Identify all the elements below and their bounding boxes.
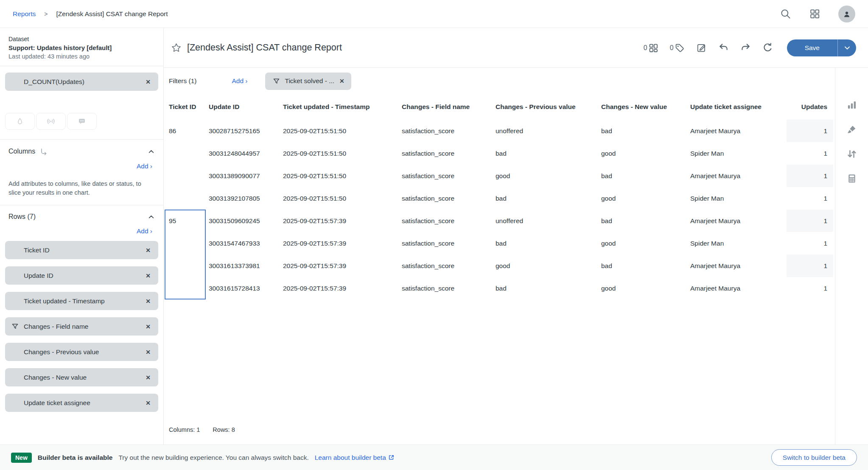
table-cell[interactable]: bad	[601, 165, 690, 187]
remove-metric-button[interactable]: ✕	[146, 78, 151, 85]
table-cell[interactable]: bad	[496, 277, 601, 299]
row-attribute-chip[interactable]: Changes - Previous value ✕	[5, 343, 158, 361]
table-cell[interactable]: 1	[787, 277, 833, 299]
table-cell[interactable]: bad	[601, 120, 690, 142]
remove-attribute-button[interactable]: ✕	[146, 298, 151, 305]
table-cell[interactable]	[169, 187, 209, 210]
row-attribute-chip[interactable]: Ticket ID ✕	[5, 241, 158, 259]
remove-attribute-button[interactable]: ✕	[146, 247, 151, 254]
favorite-button[interactable]	[171, 42, 182, 53]
table-cell[interactable]: Amarjeet Maurya	[690, 120, 787, 142]
row-attribute-chip[interactable]: Update ticket assignee ✕	[5, 394, 158, 412]
broadcast-tool-button[interactable]	[36, 113, 66, 130]
metric-chip[interactable]: D_COUNT(Updates) ✕	[5, 73, 158, 91]
table-cell[interactable]: 2025-09-02T15:57:39	[283, 210, 402, 232]
table-cell[interactable]: bad	[601, 210, 690, 232]
switch-to-builder-beta-button[interactable]: Switch to builder beta	[771, 449, 857, 466]
remove-attribute-button[interactable]: ✕	[146, 374, 151, 381]
table-cell[interactable]: 30031389090077	[209, 165, 283, 187]
table-cell[interactable]: 1	[787, 187, 833, 210]
table-cell[interactable]: 1	[787, 232, 833, 255]
columns-add-link[interactable]: Add ›	[137, 162, 152, 170]
table-cell[interactable]: Amarjeet Maurya	[690, 255, 787, 277]
table-cell[interactable]: 2025-09-02T15:57:39	[283, 277, 402, 299]
table-cell[interactable]	[169, 165, 209, 187]
table-cell[interactable]: 30031509609245	[209, 210, 283, 232]
table-cell[interactable]: Amarjeet Maurya	[690, 165, 787, 187]
redo-button[interactable]	[740, 42, 751, 53]
column-header[interactable]: Updates	[787, 103, 833, 111]
dashboards-count-button[interactable]: 0	[644, 43, 658, 53]
table-cell[interactable]: satisfaction_score	[402, 255, 496, 277]
table-cell[interactable]: Amarjeet Maurya	[690, 277, 787, 299]
table-cell[interactable]: Spider Man	[690, 187, 787, 210]
filters-add-link[interactable]: Add ›	[232, 77, 247, 85]
table-cell[interactable]: 95	[169, 210, 209, 232]
table-cell[interactable]: unoffered	[496, 120, 601, 142]
table-cell[interactable]: 2025-09-02T15:57:39	[283, 232, 402, 255]
table-cell[interactable]: satisfaction_score	[402, 232, 496, 255]
row-attribute-chip[interactable]: Ticket updated - Timestamp ✕	[5, 292, 158, 310]
column-header[interactable]: Changes - New value	[601, 103, 690, 111]
table-cell[interactable]: 2025-09-02T15:51:50	[283, 187, 402, 210]
table-cell[interactable]	[169, 277, 209, 299]
table-cell[interactable]: 1	[787, 255, 833, 277]
table-cell[interactable]	[169, 232, 209, 255]
undo-button[interactable]	[718, 42, 729, 53]
column-header[interactable]: Update ID	[209, 103, 283, 111]
tags-count-button[interactable]: 0	[670, 43, 685, 53]
breadcrumb-reports-link[interactable]: Reports	[13, 10, 36, 18]
table-cell[interactable]: satisfaction_score	[402, 165, 496, 187]
table-cell[interactable]: 30031248044957	[209, 142, 283, 165]
column-header[interactable]: Changes - Field name	[402, 103, 496, 111]
table-cell[interactable]: 30031392107805	[209, 187, 283, 210]
learn-builder-beta-link[interactable]: Learn about builder beta	[315, 454, 395, 462]
table-cell[interactable]: 2025-09-02T15:51:50	[283, 120, 402, 142]
table-cell[interactable]	[169, 142, 209, 165]
table-cell[interactable]: satisfaction_score	[402, 120, 496, 142]
table-cell[interactable]: 1	[787, 210, 833, 232]
table-cell[interactable]: bad	[601, 255, 690, 277]
column-header[interactable]: Ticket ID	[169, 103, 209, 111]
table-cell[interactable]: Spider Man	[690, 142, 787, 165]
row-attribute-chip[interactable]: Update ID ✕	[5, 266, 158, 285]
table-cell[interactable]: 86	[169, 120, 209, 142]
table-cell[interactable]: satisfaction_score	[402, 142, 496, 165]
table-cell[interactable]: bad	[496, 142, 601, 165]
table-cell[interactable]: 2025-09-02T15:57:39	[283, 255, 402, 277]
row-attribute-chip[interactable]: Changes - New value ✕	[5, 368, 158, 386]
sort-button[interactable]	[846, 148, 857, 159]
edit-title-button[interactable]	[696, 42, 707, 53]
user-avatar[interactable]	[838, 6, 855, 22]
apps-grid-button[interactable]	[809, 8, 820, 20]
table-cell[interactable]: good	[496, 255, 601, 277]
column-header[interactable]: Update ticket assignee	[690, 103, 787, 111]
table-cell[interactable]	[169, 255, 209, 277]
calculations-button[interactable]	[846, 173, 857, 184]
table-cell[interactable]: good	[601, 232, 690, 255]
search-button[interactable]	[780, 8, 791, 20]
chart-style-button[interactable]	[846, 124, 857, 135]
table-cell[interactable]: 30031613373981	[209, 255, 283, 277]
table-cell[interactable]: good	[601, 187, 690, 210]
table-cell[interactable]: satisfaction_score	[402, 210, 496, 232]
save-options-button[interactable]	[837, 39, 856, 56]
table-cell[interactable]: bad	[496, 232, 601, 255]
table-cell[interactable]: satisfaction_score	[402, 277, 496, 299]
table-cell[interactable]: good	[601, 277, 690, 299]
table-cell[interactable]: 1	[787, 165, 833, 187]
table-cell[interactable]: Amarjeet Maurya	[690, 210, 787, 232]
rows-add-link[interactable]: Add ›	[137, 227, 152, 235]
table-cell[interactable]: Spider Man	[690, 232, 787, 255]
table-cell[interactable]: satisfaction_score	[402, 187, 496, 210]
row-attribute-chip[interactable]: Changes - Field name ✕	[5, 317, 158, 336]
chart-type-button[interactable]	[846, 99, 857, 110]
table-cell[interactable]: 30031615728413	[209, 277, 283, 299]
remove-attribute-button[interactable]: ✕	[146, 272, 151, 279]
table-cell[interactable]: 30031547467933	[209, 232, 283, 255]
table-cell[interactable]: bad	[496, 187, 601, 210]
table-cell[interactable]: good	[601, 142, 690, 165]
table-cell[interactable]: unoffered	[496, 210, 601, 232]
remove-attribute-button[interactable]: ✕	[146, 323, 151, 330]
table-cell[interactable]: 30028715275165	[209, 120, 283, 142]
